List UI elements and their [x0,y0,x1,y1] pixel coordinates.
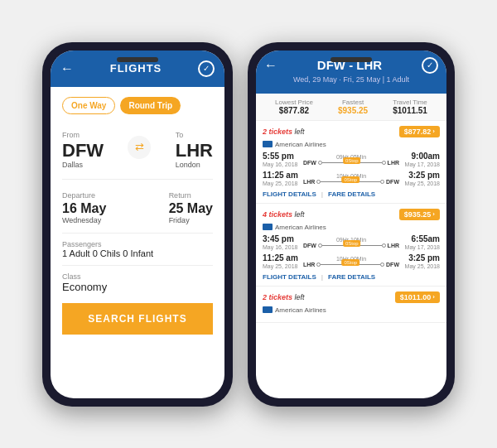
airline-name: American Airlines [275,224,326,231]
tickets-left: 2 tickets left [263,293,305,301]
check-icon[interactable]: ✓ [198,60,215,77]
class-value: Economy [62,281,213,293]
link-separator: | [321,273,323,281]
lowest-price-item: Lowest Price $877.82 [275,99,313,115]
departure-date: 16 May [62,201,106,216]
dates-row: Departure 16 May Wednesday Return 25 May… [62,186,213,224]
flight-card: 2 tickets left $877.82 › American Airlin… [256,121,446,204]
class-label: Class [62,272,213,281]
from-code: DFW [62,141,104,161]
passengers-label: Passengers [62,240,213,248]
airline-logo [263,224,273,230]
arr-time: 9:00am May 17, 2018 [403,152,440,168]
return-day: Friday [169,216,213,224]
passengers-value: 1 Adult 0 Chils 0 Infant [62,248,213,258]
departure-section: Departure 16 May Wednesday [62,186,106,224]
round-trip-button[interactable]: Round Trip [120,97,181,114]
ticket-count: 2 tickets [263,128,292,136]
fare-details-link[interactable]: FARE DETAILS [328,190,375,198]
arr-time: 3:25 pm May 25, 2018 [403,253,440,270]
right-check-icon[interactable]: ✓ [422,57,438,74]
route-title: DFW - LHR [277,58,422,72]
airline-row: American Airlines [263,224,440,231]
to-city: London [176,161,213,169]
route-middle: 09Hr 10Min DFW 0Stop LHR [300,237,403,248]
airline-row: American Airlines [263,141,440,148]
fastest-label: Fastest [338,99,368,106]
lowest-label: Lowest Price [275,99,313,106]
tickets-italic: left [295,293,305,301]
link-separator: | [321,190,323,198]
right-back-button[interactable]: ← [264,58,277,73]
route-middle: 10Hr 00Min LHR 0Stop DFW [300,173,403,185]
departure-label: Departure [62,191,95,200]
travel-value: $1011.51 [393,106,427,115]
tickets-left: 4 tickets left [263,210,305,219]
route-middle: 10Hr 00Min LHR 0Stop DFW [300,256,403,267]
card-header: 2 tickets left $877.82 › [263,126,440,137]
ticket-count: 4 tickets [263,210,292,219]
flight-card: 2 tickets left $1011.00 › American Airli… [256,287,446,323]
price-badge[interactable]: $1011.00 › [395,291,440,303]
flight-links: FLIGHT DETAILS | FARE DETAILS [263,273,440,281]
dep-time: 3:45 pm May 16, 2018 [263,234,300,251]
card-header: 4 tickets left $935.25 › [263,209,440,220]
dep-time: 11:25 am May 25, 2018 [263,253,300,270]
from-to-row: From DFW Dallas ⇄ To LHR London [62,126,213,169]
flight-segment: 11:25 am May 25, 2018 10Hr 00Min LHR 0St… [263,253,440,270]
flight-links: FLIGHT DETAILS | FARE DETAILS [263,190,440,198]
price-badge[interactable]: $877.82 › [399,126,440,137]
return-section: Return 25 May Friday [169,186,213,224]
search-flights-button[interactable]: SEARCH FLIGHTS [62,303,213,335]
airline-name: American Airlines [275,141,326,148]
to-label: To [176,131,184,139]
tickets-italic: left [295,210,305,219]
passengers-row: Passengers 1 Adult 0 Chils 0 Infant [62,240,213,258]
left-body: One Way Round Trip From DFW Dallas ⇄ To … [51,87,224,344]
dep-time: 11:25 am May 25, 2018 [263,171,300,187]
to-section: To LHR London [176,126,213,169]
back-button[interactable]: ← [60,61,74,76]
airline-logo [263,306,273,313]
flight-card: 4 tickets left $935.25 › American Airlin… [256,204,446,287]
tickets-left: 2 tickets left [263,128,305,136]
from-city: Dallas [62,161,104,169]
return-date: 25 May [169,201,213,216]
travel-time-item: Travel Time $1011.51 [393,99,427,115]
class-row: Class Economy [62,272,213,293]
airline-name: American Airlines [275,306,326,314]
flight-segment: 11:25 am May 25, 2018 10Hr 00Min LHR 0St… [263,171,440,187]
ticket-count: 2 tickets [263,293,292,301]
left-header: ← FLIGHTS ✓ [51,51,224,87]
flight-segment: 5:55 pm May 16, 2018 09Hr 05Min DFW 0Sto… [263,152,440,168]
one-way-button[interactable]: One Way [62,97,115,114]
airline-row: American Airlines [263,306,440,314]
return-label: Return [169,191,191,200]
flight-cards-list: 2 tickets left $877.82 › American Airlin… [256,121,446,323]
fastest-value: $935.25 [338,106,368,115]
travel-label: Travel Time [393,99,427,106]
swap-button[interactable]: ⇄ [128,136,151,159]
arr-time: 6:55am May 17, 2018 [403,234,440,251]
price-badge[interactable]: $935.25 › [399,209,440,220]
trip-type-selector: One Way Round Trip [62,97,213,114]
flight-segment: 3:45 pm May 16, 2018 09Hr 10Min DFW 0Sto… [263,234,440,251]
to-code: LHR [176,141,213,161]
left-phone: ← FLIGHTS ✓ One Way Round Trip From DFW … [42,42,233,407]
fare-details-link[interactable]: FARE DETAILS [328,273,375,281]
flight-details-link[interactable]: FLIGHT DETAILS [263,190,316,198]
tickets-italic: left [295,128,305,136]
from-label: From [62,131,80,139]
route-subtitle: Wed, 29 May · Fri, 25 May | 1 Adult [264,75,438,84]
fastest-item: Fastest $935.25 [338,99,368,115]
price-summary: Lowest Price $877.82 Fastest $935.25 Tra… [256,94,446,121]
right-header: ← DFW - LHR ✓ Wed, 29 May · Fri, 25 May … [256,51,446,94]
page-title: FLIGHTS [74,62,198,75]
right-body: Lowest Price $877.82 Fastest $935.25 Tra… [256,94,446,398]
airline-logo [263,141,273,147]
departure-day: Wednesday [62,216,106,224]
from-section: From DFW Dallas [62,126,104,169]
route-middle: 09Hr 05Min DFW 0Stop LHR [300,154,403,166]
flight-details-link[interactable]: FLIGHT DETAILS [263,273,316,281]
lowest-value: $877.82 [275,106,313,115]
